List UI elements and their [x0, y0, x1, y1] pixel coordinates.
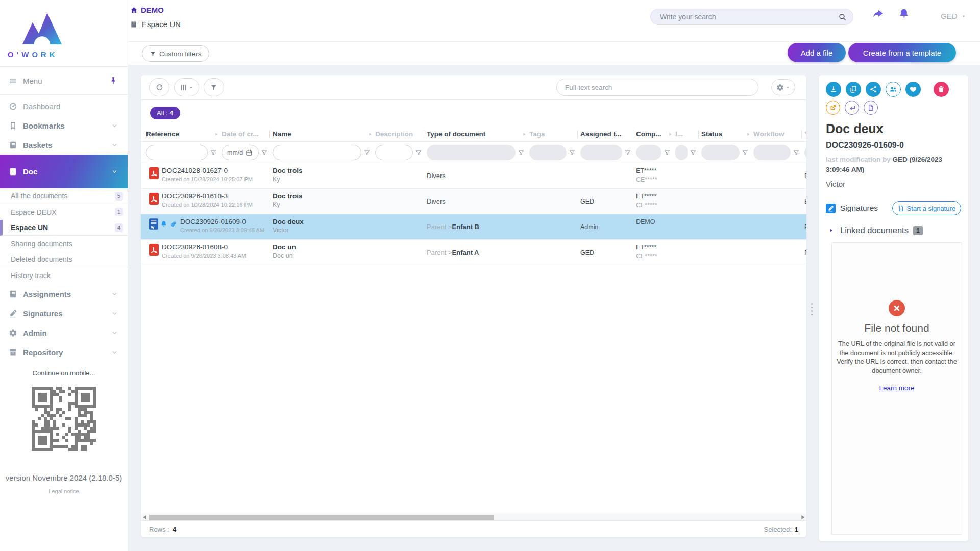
copy-button[interactable]: [846, 82, 861, 97]
funnel-icon[interactable]: [793, 149, 800, 156]
column-header-type[interactable]: Type of document: [427, 130, 529, 138]
funnel-icon[interactable]: [624, 149, 631, 156]
expand-column-icon[interactable]: [522, 132, 527, 137]
open-external-button[interactable]: [826, 101, 840, 115]
legal-notice-link[interactable]: Legal notice: [0, 488, 128, 494]
column-header-description[interactable]: Description: [375, 130, 427, 138]
breadcrumb-space[interactable]: Espace UN: [130, 20, 181, 29]
last-modification: last modification by GED (9/26/2023 3:09…: [826, 155, 961, 174]
scroll-left-arrow[interactable]: [141, 515, 148, 520]
book-icon: [9, 141, 17, 149]
search-icon[interactable]: [838, 13, 847, 21]
funnel-icon[interactable]: [664, 149, 671, 156]
bell-icon[interactable]: [898, 8, 910, 20]
panel-resize-handle[interactable]: [811, 302, 813, 316]
expand-column-icon[interactable]: [746, 132, 751, 137]
y-filter-input: [804, 145, 806, 160]
table-settings-button[interactable]: [771, 79, 795, 95]
tab-all[interactable]: All : 4: [150, 107, 180, 119]
brand-logo[interactable]: O'WORK: [0, 0, 128, 66]
table-row[interactable]: DOC230926-01610-3 Created on 10/28/2024 …: [141, 189, 806, 214]
fulltext-search-input[interactable]: [556, 79, 758, 96]
table-filter-row: [141, 142, 806, 163]
funnel-icon[interactable]: [690, 149, 697, 156]
description-filter-input[interactable]: [375, 145, 413, 160]
sidebar-item-baskets[interactable]: Baskets: [0, 135, 128, 155]
filter-button[interactable]: [204, 78, 224, 96]
cell-description: [375, 189, 427, 214]
column-header-company[interactable]: Comp...: [636, 130, 675, 138]
breadcrumb-home[interactable]: DEMO: [130, 6, 164, 14]
sidebar-item-signatures[interactable]: Signatures: [0, 304, 128, 323]
share-button[interactable]: [866, 82, 881, 97]
sidebar-item-deleted-documents[interactable]: Deleted documents: [0, 252, 128, 267]
column-header-y[interactable]: Y: [804, 130, 806, 138]
expand-column-icon[interactable]: [668, 132, 673, 137]
linked-documents-toggle[interactable]: Linked documents 1: [826, 226, 961, 235]
sidebar-item-all-documents[interactable]: All the documents 5: [0, 188, 128, 204]
sidebar-item-assignments[interactable]: Assignments: [0, 284, 128, 304]
column-header-assigned[interactable]: Assigned t...: [580, 130, 636, 138]
table-row[interactable]: DOC230926-01608-0 Created on 9/26/2023 3…: [141, 240, 806, 265]
sidebar-item-admin[interactable]: Admin: [0, 323, 128, 342]
funnel-icon[interactable]: [261, 149, 268, 156]
document-properties-button[interactable]: [864, 101, 878, 115]
sidebar-item-dashboard[interactable]: Dashboard: [0, 96, 128, 116]
funnel-icon[interactable]: [569, 149, 576, 156]
funnel-icon[interactable]: [210, 149, 217, 156]
column-header-i[interactable]: I...: [675, 130, 701, 138]
funnel-icon[interactable]: [742, 149, 749, 156]
share-icon[interactable]: [872, 8, 884, 20]
table-row-selected[interactable]: DOC230926-01609-0 Created on 9/26/2023 3…: [141, 214, 806, 240]
favorite-button[interactable]: [905, 82, 921, 97]
return-button[interactable]: [845, 101, 859, 115]
refresh-icon: [155, 83, 164, 92]
sidebar-item-bookmarks[interactable]: Bookmarks: [0, 116, 128, 135]
date-filter-input[interactable]: [226, 148, 244, 157]
start-signature-button[interactable]: Start a signature: [892, 201, 961, 215]
pin-icon[interactable]: [109, 77, 117, 85]
column-header-date[interactable]: Date of cr...: [222, 130, 273, 138]
sidebar-item-espace-un[interactable]: Espace UN 4: [0, 220, 128, 236]
sidebar-item-history-track[interactable]: History track: [0, 267, 128, 283]
scrollbar-thumb[interactable]: [149, 515, 494, 520]
name-filter-input[interactable]: [273, 145, 361, 160]
funnel-icon[interactable]: [415, 149, 422, 156]
funnel-icon[interactable]: [363, 149, 371, 156]
column-header-workflow[interactable]: Workflow: [753, 130, 804, 138]
learn-more-link[interactable]: Learn more: [879, 384, 914, 392]
user-menu[interactable]: GED: [941, 12, 967, 20]
sidebar-item-doc[interactable]: Doc: [0, 155, 128, 188]
funnel-icon[interactable]: [518, 149, 525, 156]
filter-cell-description: [375, 145, 427, 160]
refresh-button[interactable]: [149, 78, 169, 96]
chevron-down-icon: [112, 169, 117, 174]
column-header-name[interactable]: Name: [273, 130, 375, 138]
table-row[interactable]: DOC241028-01627-0 Created on 10/28/2024 …: [141, 163, 806, 189]
sidebar-item-repository[interactable]: Repository: [0, 342, 128, 362]
expand-column-icon[interactable]: [368, 132, 373, 137]
cell-type: Parent > Enfant A: [427, 240, 529, 265]
scrollbar-track[interactable]: [148, 515, 799, 520]
delete-button[interactable]: [934, 82, 949, 97]
column-header-tags[interactable]: Tags: [529, 130, 580, 138]
sidebar-menu-toggle[interactable]: Menu: [0, 66, 128, 95]
custom-filters-button[interactable]: Custom filters: [142, 45, 209, 62]
chevron-down-icon: [112, 330, 117, 336]
selected-count: Selected:1: [764, 525, 798, 533]
assign-users-button[interactable]: [886, 82, 901, 97]
sidebar-item-sharing-documents[interactable]: Sharing documents: [0, 236, 128, 252]
global-search-input[interactable]: [659, 12, 838, 21]
columns-button[interactable]: [174, 78, 199, 96]
scroll-right-arrow[interactable]: [799, 515, 806, 520]
column-header-reference[interactable]: Reference: [146, 130, 222, 138]
breadcrumb-space-label: Espace UN: [142, 20, 181, 29]
create-from-template-button[interactable]: Create from a template: [848, 43, 956, 62]
reference-filter-input[interactable]: [146, 145, 208, 160]
expand-column-icon[interactable]: [214, 132, 219, 137]
download-button[interactable]: [826, 82, 841, 97]
column-header-status[interactable]: Status: [701, 130, 753, 138]
add-file-button[interactable]: Add a file: [788, 43, 846, 62]
sidebar-item-espace-deux[interactable]: Espace DEUX 1: [0, 204, 128, 220]
calendar-icon[interactable]: [246, 149, 253, 156]
